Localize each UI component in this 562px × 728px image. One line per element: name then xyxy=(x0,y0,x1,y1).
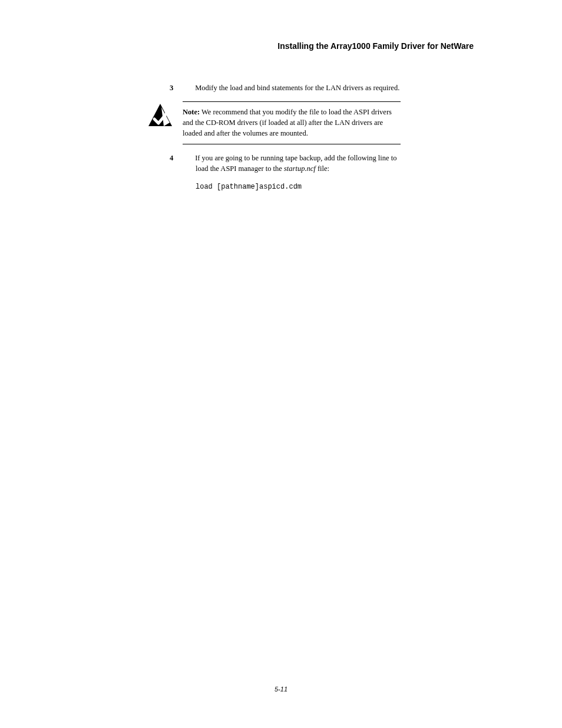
note-text: We recommend that you modify the file to… xyxy=(183,108,392,137)
note-block: Note: We recommend that you modify the f… xyxy=(183,101,401,144)
step-4-text-after: file: xyxy=(316,164,329,173)
page: Installing the Array1000 Family Driver f… xyxy=(0,0,562,728)
running-header: Installing the Array1000 Family Driver f… xyxy=(277,41,474,51)
page-footer: 5-11 xyxy=(0,686,562,693)
note-label: Note: xyxy=(183,108,200,116)
page-number: 5-11 xyxy=(275,686,287,693)
code-line: load [pathname]aspicd.cdm xyxy=(183,182,401,192)
step-4-number: 4 xyxy=(183,153,193,163)
step-3-number: 3 xyxy=(183,83,193,93)
header-title: Installing the Array1000 Family Driver f… xyxy=(277,41,474,51)
checkmark-triangle-icon xyxy=(147,103,173,129)
note-content: Note: We recommend that you modify the f… xyxy=(183,102,401,143)
step-3: 3 Modify the load and bind statements fo… xyxy=(183,83,401,93)
note-rule-bottom xyxy=(183,144,401,144)
code-text: load [pathname]aspicd.cdm xyxy=(196,183,302,191)
step-4-filename: startup.ncf xyxy=(284,164,316,173)
step-4: 4 If you are going to be running tape ba… xyxy=(183,153,401,174)
body-column: 3 Modify the load and bind statements fo… xyxy=(183,83,401,200)
step-3-text: Modify the load and bind statements for … xyxy=(193,84,399,92)
